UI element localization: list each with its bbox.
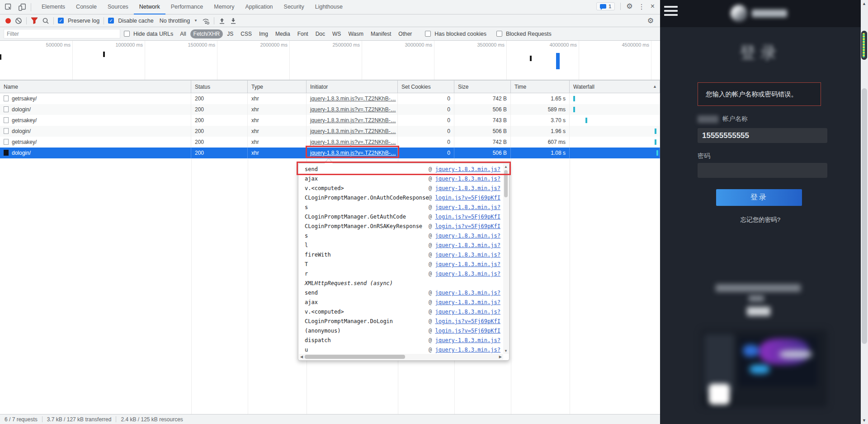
filter-pill-img[interactable]: Img	[256, 29, 271, 38]
overview-request-bar[interactable]	[530, 56, 532, 61]
filter-pill-media[interactable]: Media	[272, 29, 293, 38]
network-settings-gear-icon[interactable]: ⚙	[647, 17, 654, 24]
tab-sources[interactable]: Sources	[102, 0, 134, 14]
kebab-menu-icon[interactable]: ⋮	[638, 3, 645, 10]
stack-frame-source-link[interactable]: jquery-1.8.3.min.js?	[435, 271, 500, 277]
filter-pill-js[interactable]: JS	[224, 29, 236, 38]
overview-request-bar[interactable]	[0, 54, 1, 60]
account-name-input[interactable]	[698, 128, 827, 143]
filter-pill-all[interactable]: All	[177, 29, 189, 38]
network-overview-timeline[interactable]: 500000 ms1000000 ms1500000 ms2000000 ms2…	[0, 41, 660, 81]
column-header-initiator[interactable]: Initiator	[307, 81, 398, 93]
record-network-log-button[interactable]	[5, 18, 11, 24]
hide-data-urls-checkbox[interactable]	[124, 31, 130, 37]
scroll-left-icon[interactable]: ◀	[300, 355, 303, 359]
inspect-element-icon[interactable]	[5, 3, 13, 11]
column-header-type[interactable]: Type	[248, 81, 307, 93]
stack-frame-source-link[interactable]: login.js?v=5Fj69pKfI	[435, 318, 500, 324]
scroll-right-icon[interactable]: ▶	[499, 355, 502, 359]
stack-frame-source-link[interactable]: jquery-1.8.3.min.js?	[435, 299, 500, 305]
sort-ascending-icon[interactable]: ▲	[653, 84, 657, 89]
initiator-link[interactable]: jquery-1.8.3.min.js?v=.TZ2NKhB-…	[310, 128, 396, 134]
search-icon[interactable]	[42, 17, 49, 24]
stack-frame-source-link[interactable]: jquery-1.8.3.min.js?	[435, 185, 500, 191]
import-har-icon[interactable]	[218, 17, 226, 24]
issues-counter[interactable]: 1	[596, 2, 615, 10]
device-toolbar-icon[interactable]	[18, 3, 26, 11]
stack-frame-source-link[interactable]: jquery-1.8.3.min.js?	[435, 242, 500, 248]
column-header-set-cookies[interactable]: Set Cookies	[398, 81, 454, 93]
column-header-name[interactable]: Name	[0, 81, 191, 93]
column-header-waterfall[interactable]: Waterfall▲	[570, 81, 660, 93]
popup-vscroll-thumb[interactable]	[504, 170, 508, 197]
tab-console[interactable]: Console	[71, 0, 102, 14]
stack-frame-source-link[interactable]: login.js?v=5Fj69pKfI	[435, 223, 500, 229]
throttling-select[interactable]: No throttling	[160, 18, 190, 24]
stack-frame-source-link[interactable]: login.js?v=5Fj69pKfI	[435, 214, 500, 220]
initiator-link[interactable]: jquery-1.8.3.min.js?v=.TZ2NKhB-…	[310, 117, 396, 124]
stack-frame-source-link[interactable]: jquery-1.8.3.min.js?	[435, 309, 500, 315]
table-row[interactable]: dologin/200xhrjquery-1.8.3.min.js?v=.TZ2…	[0, 148, 660, 158]
table-row[interactable]: getrsakey/200xhrjquery-1.8.3.min.js?v=.T…	[0, 137, 660, 148]
filter-input[interactable]	[4, 29, 120, 38]
blocked-requests-checkbox[interactable]	[496, 31, 502, 37]
initiator-link[interactable]: jquery-1.8.3.min.js?v=.TZ2NKhB-…	[310, 106, 396, 113]
filter-pill-css[interactable]: CSS	[237, 29, 255, 38]
table-row[interactable]: getrsakey/200xhrjquery-1.8.3.min.js?v=.T…	[0, 115, 660, 126]
stack-frame-source-link[interactable]: jquery-1.8.3.min.js?	[435, 233, 500, 239]
password-input[interactable]	[698, 163, 827, 178]
stack-frame-source-link[interactable]: jquery-1.8.3.min.js?	[435, 290, 500, 296]
popup-vertical-scrollbar[interactable]: ▲ ▼	[503, 164, 509, 354]
network-conditions-icon[interactable]	[202, 17, 210, 24]
tab-security[interactable]: Security	[278, 0, 310, 14]
stack-frame-source-link[interactable]: jquery-1.8.3.min.js?	[435, 337, 500, 343]
tab-lighthouse[interactable]: Lighthouse	[310, 0, 348, 14]
filter-pill-font[interactable]: Font	[294, 29, 311, 38]
forgot-password-link[interactable]: 忘记您的密码?	[660, 216, 861, 224]
disable-cache-checkbox[interactable]: ✓	[108, 18, 114, 24]
tab-memory[interactable]: Memory	[208, 0, 240, 14]
stack-frame-source-link[interactable]: jquery-1.8.3.min.js?	[435, 261, 500, 267]
stack-frame-source-link[interactable]: login.js?v=5Fj69pKfI	[435, 195, 500, 201]
login-button[interactable]: 登录	[716, 189, 802, 206]
initiator-link[interactable]: jquery-1.8.3.min.js?v=.TZ2NKhB-…	[310, 139, 396, 145]
table-row[interactable]: dologin/200xhrjquery-1.8.3.min.js?v=.TZ2…	[0, 126, 660, 137]
settings-gear-icon[interactable]: ⚙	[626, 3, 632, 10]
scroll-up-icon[interactable]: ▲	[504, 165, 508, 169]
scroll-up-icon[interactable]: ▲	[862, 1, 866, 6]
scroll-down-icon[interactable]: ▼	[862, 418, 866, 423]
page-scrollbar-thumb[interactable]	[862, 88, 867, 344]
tab-performance[interactable]: Performance	[165, 0, 209, 14]
popup-horizontal-scrollbar[interactable]: ◀ ▶	[299, 354, 503, 360]
stack-frame-source-link[interactable]: jquery-1.8.3.min.js?	[435, 252, 500, 258]
close-devtools-icon[interactable]: ×	[651, 3, 655, 10]
overview-selected-request-bar[interactable]	[556, 53, 560, 69]
table-row[interactable]: dologin/200xhrjquery-1.8.3.min.js?v=.TZ2…	[0, 104, 660, 115]
stack-frame-source-link[interactable]: jquery-1.8.3.min.js?	[435, 204, 500, 210]
initiator-link[interactable]: jquery-1.8.3.min.js?v=.TZ2NKhB-…	[310, 95, 396, 102]
filter-pill-ws[interactable]: WS	[329, 29, 344, 38]
table-row[interactable]: getrsakey/200xhrjquery-1.8.3.min.js?v=.T…	[0, 93, 660, 104]
page-scrollbar[interactable]: ▲ ▼	[861, 0, 868, 424]
tab-application[interactable]: Application	[240, 0, 278, 14]
stack-frame-source-link[interactable]: login.js?v=5Fj69pKfI	[435, 328, 500, 334]
filter-funnel-icon[interactable]	[31, 17, 38, 24]
tab-network[interactable]: Network	[134, 0, 165, 14]
has-blocked-cookies-checkbox[interactable]	[425, 31, 431, 37]
filter-pill-other[interactable]: Other	[395, 29, 415, 38]
export-har-icon[interactable]	[230, 17, 237, 24]
stack-frame-source-link[interactable]: jquery-1.8.3.min.js?	[435, 176, 500, 182]
column-header-time[interactable]: Time	[511, 81, 570, 93]
filter-pill-wasm[interactable]: Wasm	[345, 29, 367, 38]
filter-pill-doc[interactable]: Doc	[312, 29, 328, 38]
popup-hscroll-thumb[interactable]	[305, 355, 405, 359]
scroll-down-icon[interactable]: ▼	[504, 349, 508, 353]
column-header-size[interactable]: Size	[454, 81, 511, 93]
stack-frame-source-link[interactable]: jquery-1.8.3.min.js?	[435, 347, 500, 353]
hamburger-menu-icon[interactable]	[664, 6, 678, 18]
tab-elements[interactable]: Elements	[36, 0, 71, 14]
overview-request-bar[interactable]	[103, 52, 105, 57]
filter-pill-manifest[interactable]: Manifest	[368, 29, 394, 38]
stack-frame-source-link[interactable]: jquery-1.8.3.min.js?	[435, 166, 500, 172]
initiator-link[interactable]: jquery-1.8.3.min.js?v=.TZ2NKhB-…	[310, 150, 396, 156]
